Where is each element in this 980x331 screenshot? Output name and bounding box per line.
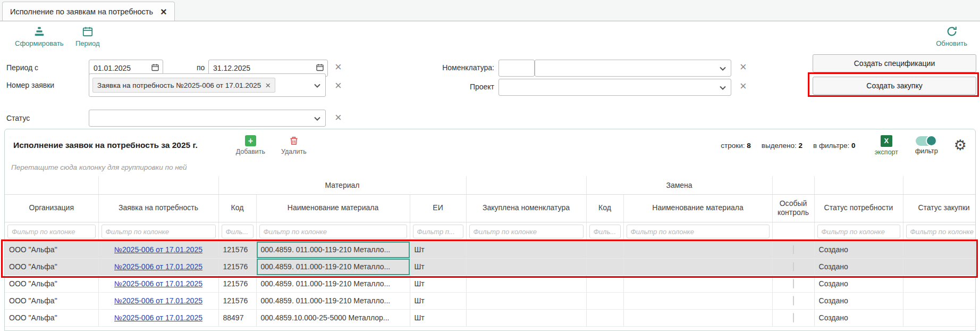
column-filter-input[interactable] (906, 225, 976, 238)
col-header-replacement-material[interactable]: Наименование материала (623, 194, 772, 222)
request-link[interactable]: №2025-006 от 17.01.2025 (114, 296, 202, 305)
special-control-checkbox[interactable] (793, 296, 794, 305)
table-row[interactable]: ООО "Альфа" №2025-006 от 17.01.2025 8849… (5, 309, 976, 326)
cell-unit[interactable]: Шт (410, 258, 466, 275)
filter-toggle[interactable]: фильтр (915, 136, 938, 155)
refresh-button[interactable]: Обновить (936, 26, 967, 47)
cell-material-name[interactable]: 000.4859. 011.000-119-210 Металло... (256, 258, 410, 275)
project-select[interactable] (499, 79, 731, 96)
create-specifications-button[interactable]: Создать спецификации (813, 54, 976, 72)
cell-purchased[interactable] (466, 309, 586, 326)
cell-request[interactable]: №2025-006 от 17.01.2025 (98, 258, 218, 275)
nomenclature-code-field[interactable] (499, 60, 535, 77)
cell-special-control[interactable] (772, 275, 814, 292)
cell-material-name[interactable]: 000.4859. 011.000-119-210 Металло... (256, 241, 410, 258)
status-select[interactable] (89, 110, 326, 127)
cell-replacement-material[interactable] (623, 241, 772, 258)
table-row[interactable]: ООО "Альфа" №2025-006 от 17.01.2025 1215… (5, 258, 976, 275)
column-filter-input[interactable] (589, 225, 621, 238)
cell-unit[interactable]: Шт (410, 292, 466, 309)
cell-special-control[interactable] (772, 292, 814, 309)
cell-purchased[interactable] (466, 258, 586, 275)
cell-organization[interactable]: ООО "Альфа" (5, 258, 98, 275)
request-chip[interactable]: Заявка на потребность №2025-006 от 17.01… (92, 78, 275, 93)
cell-code[interactable]: 121576 (218, 292, 256, 309)
cell-unit[interactable]: Шт (410, 309, 466, 326)
clear-project-icon[interactable]: × (740, 80, 747, 92)
special-control-checkbox[interactable] (793, 262, 794, 271)
cell-purchased[interactable] (466, 275, 586, 292)
special-control-checkbox[interactable] (793, 279, 794, 288)
table-row[interactable]: ООО "Альфа" №2025-006 от 17.01.2025 1215… (5, 292, 976, 309)
period-button[interactable]: Период (75, 26, 100, 47)
column-filter-input[interactable] (627, 225, 770, 238)
cell-need-status[interactable]: Создано (814, 309, 903, 326)
table-row[interactable]: ООО "Альфа" №2025-006 от 17.01.2025 1215… (5, 275, 976, 292)
cell-need-status[interactable]: Создано (814, 292, 903, 309)
col-header-organization[interactable]: Организация (5, 194, 98, 222)
clear-request-icon[interactable]: × (335, 80, 342, 92)
request-link[interactable]: №2025-006 от 17.01.2025 (114, 313, 202, 322)
cell-replacement-code[interactable] (586, 309, 623, 326)
cell-request[interactable]: №2025-006 от 17.01.2025 (98, 275, 218, 292)
clear-nomenclature-icon[interactable]: × (740, 61, 747, 73)
col-header-unit[interactable]: ЕИ (410, 194, 466, 222)
column-filter-input[interactable] (259, 225, 407, 238)
cell-replacement-material[interactable] (623, 258, 772, 275)
cell-purchase-status[interactable] (903, 258, 976, 275)
col-header-replacement-code[interactable]: Код (586, 194, 623, 222)
col-header-code[interactable]: Код (218, 194, 256, 222)
cell-request[interactable]: №2025-006 от 17.01.2025 (98, 292, 218, 309)
cell-unit[interactable]: Шт (410, 241, 466, 258)
generate-button[interactable]: Сформировать (15, 26, 64, 47)
cell-replacement-code[interactable] (586, 275, 623, 292)
cell-purchased[interactable] (466, 241, 586, 258)
col-header-request[interactable]: Заявка на потребность (98, 194, 218, 222)
request-number-combo[interactable]: Заявка на потребность №2025-006 от 17.01… (89, 73, 326, 97)
cell-unit[interactable]: Шт (410, 275, 466, 292)
gear-icon[interactable]: ⚙ (954, 138, 967, 153)
column-filter-input[interactable] (413, 225, 463, 238)
cell-replacement-code[interactable] (586, 292, 623, 309)
request-link[interactable]: №2025-006 от 17.01.2025 (114, 262, 202, 271)
chevron-down-icon[interactable] (720, 83, 726, 92)
create-purchase-button[interactable]: Создать закупку (813, 77, 976, 95)
export-excel-button[interactable]: X экспорт (875, 135, 898, 156)
cell-need-status[interactable]: Создано (814, 275, 903, 292)
column-filter-input[interactable] (222, 225, 254, 238)
cell-organization[interactable]: ООО "Альфа" (5, 275, 98, 292)
cell-organization[interactable]: ООО "Альфа" (5, 292, 98, 309)
calendar-icon[interactable] (316, 63, 324, 73)
request-link[interactable]: №2025-006 от 17.01.2025 (114, 279, 202, 288)
cell-material-name[interactable]: 000.4859. 011.000-119-210 Металло... (256, 275, 410, 292)
cell-code[interactable]: 121576 (218, 275, 256, 292)
tab-execution-requests[interactable]: Исполнение по заявкам на потребность × (2, 2, 175, 21)
cell-special-control[interactable] (772, 309, 814, 326)
col-header-purchase-status[interactable]: Статус закупки (903, 194, 976, 222)
cell-special-control[interactable] (772, 241, 814, 258)
cell-organization[interactable]: ООО "Альфа" (5, 309, 98, 326)
cell-material-name[interactable]: 000.4859.10.000-25-5000 Металлор... (256, 309, 410, 326)
cell-purchase-status[interactable] (903, 275, 976, 292)
cell-code[interactable]: 121576 (218, 258, 256, 275)
add-row-button[interactable]: + Добавить (236, 135, 265, 155)
cell-request[interactable]: №2025-006 от 17.01.2025 (98, 241, 218, 258)
col-header-special-control[interactable]: Особый контроль (772, 194, 814, 222)
chevron-down-icon[interactable] (720, 64, 726, 72)
chip-close-icon[interactable]: × (265, 81, 271, 90)
column-filter-input[interactable] (102, 225, 216, 238)
calendar-icon[interactable] (151, 63, 159, 73)
nomenclature-select[interactable] (535, 60, 731, 77)
cell-replacement-material[interactable] (623, 309, 772, 326)
col-header-need-status[interactable]: Статус потребности (814, 194, 903, 222)
special-control-checkbox[interactable] (793, 313, 794, 322)
table-row[interactable]: ООО "Альфа" №2025-006 от 17.01.2025 1215… (5, 241, 976, 258)
cell-replacement-code[interactable] (586, 241, 623, 258)
special-control-checkbox[interactable] (793, 245, 794, 254)
toggle-on-icon[interactable] (916, 136, 937, 146)
cell-special-control[interactable] (772, 258, 814, 275)
cell-request[interactable]: №2025-006 от 17.01.2025 (98, 309, 218, 326)
clear-status-icon[interactable]: × (335, 112, 342, 123)
cell-replacement-code[interactable] (586, 258, 623, 275)
column-filter-input[interactable] (7, 225, 96, 238)
